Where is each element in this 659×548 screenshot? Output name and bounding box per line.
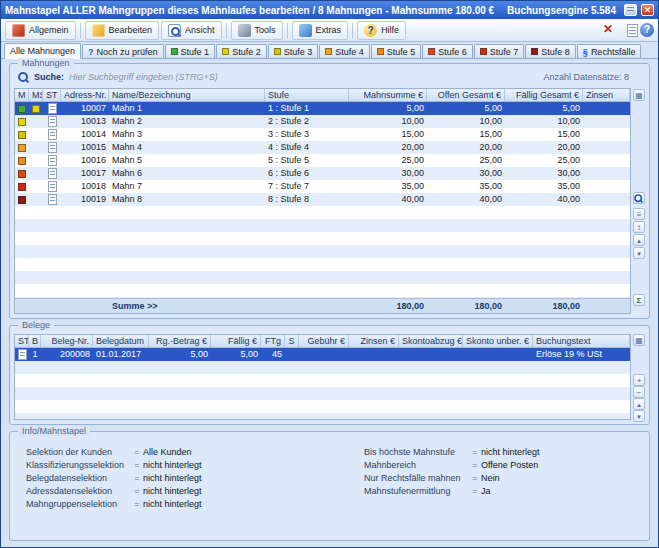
column-header-beleg-nr[interactable]: Beleg-Nr.: [41, 335, 93, 347]
extras-icon: [299, 24, 312, 37]
beleg-nr-cell: 200008: [41, 348, 93, 361]
faellig-cell: 20,00: [505, 141, 583, 154]
table-row[interactable]: 10014 Mahn 3 3 : Stufe 3 15,00 15,00 15,…: [15, 128, 630, 141]
table-row[interactable]: 1 200008 01.01.2017 5,00 5,00 45 Erlöse …: [15, 348, 630, 361]
table-row[interactable]: 10015 Mahn 4 4 : Stufe 4 20,00 20,00 20,…: [15, 141, 630, 154]
toolbar-button-bearbeiten[interactable]: Bearbeiten: [85, 21, 160, 40]
magnifier-icon[interactable]: [633, 192, 645, 204]
tab-label: Stufe 7: [490, 47, 519, 57]
tab-stufe-7[interactable]: Stufe 7: [474, 44, 525, 58]
close-x-icon[interactable]: [601, 23, 615, 37]
column-header-faellig-gesamt[interactable]: Fällig Gesamt €: [505, 89, 583, 101]
info-value: nicht hinterlegt: [481, 446, 637, 459]
table-row[interactable]: 10019 Mahn 8 8 : Stufe 8 40,00 40,00 40,…: [15, 193, 630, 206]
sum-toggle-icon[interactable]: [633, 294, 645, 306]
column-header-skontoabzug[interactable]: Skontoabzug €: [399, 335, 463, 347]
question-icon: [88, 47, 94, 57]
remove-icon[interactable]: [633, 386, 645, 398]
stufe-color-icon: [377, 48, 384, 55]
column-chooser-icon[interactable]: [633, 89, 645, 101]
toolbar-button-hilfe[interactable]: Hilfe: [357, 21, 406, 40]
column-header-stufe[interactable]: Stufe: [265, 89, 349, 101]
column-chooser-icon[interactable]: [633, 334, 645, 346]
info-value: Nein: [481, 472, 637, 485]
column-header-zinsen[interactable]: Zinsen: [583, 89, 630, 101]
document-icon: [48, 181, 57, 192]
faellig-cell: 25,00: [505, 154, 583, 167]
sort-icon[interactable]: [633, 221, 645, 233]
column-header-zinsen[interactable]: Zinsen €: [349, 335, 399, 347]
help-icon: [364, 24, 377, 37]
toolbar-button-tools[interactable]: Tools: [231, 21, 283, 40]
tab-stufe-4[interactable]: Stufe 4: [319, 44, 370, 58]
column-header-offen-gesamt[interactable]: Offen Gesamt €: [427, 89, 505, 101]
adress-nr-cell: 10016: [61, 154, 109, 167]
column-header-st[interactable]: ST: [43, 89, 61, 101]
add-icon[interactable]: [633, 374, 645, 386]
empty-rows-area: [15, 206, 630, 298]
column-header-ftg[interactable]: FTg: [261, 335, 285, 347]
help-circle-icon[interactable]: [640, 23, 654, 37]
table-row[interactable]: 10013 Mahn 2 2 : Stufe 2 10,00 10,00 10,…: [15, 115, 630, 128]
info-value: Ja: [481, 485, 637, 498]
scroll-down-icon[interactable]: [633, 247, 645, 259]
name-cell: Mahn 2: [109, 115, 265, 128]
stufe-color-icon: [18, 144, 26, 152]
stufe-color-icon: [18, 118, 26, 126]
column-header-belegdatum[interactable]: Belegdatum: [93, 335, 149, 347]
offen-cell: 35,00: [427, 180, 505, 193]
close-icon[interactable]: [641, 4, 654, 16]
search-input[interactable]: [69, 72, 538, 82]
toolbar-button-ansicht[interactable]: Ansicht: [161, 21, 222, 40]
tab-stufe-3[interactable]: Stufe 3: [268, 44, 319, 58]
tab-noch-zu-pruefen[interactable]: Noch zu prüfen: [82, 44, 164, 58]
toolbar-button-extras[interactable]: Extras: [292, 21, 349, 40]
scroll-down-icon[interactable]: [633, 410, 645, 422]
info-row: Belegdatenselektion = nicht hinterlegt: [26, 472, 352, 485]
column-header-name[interactable]: Name/Bezeichnung: [109, 89, 265, 101]
belege-side-toolbar: [633, 334, 646, 420]
scroll-up-icon[interactable]: [633, 398, 645, 410]
table-row[interactable]: 10007 Mahn 1 1 : Stufe 1 5,00 5,00 5,00: [15, 102, 630, 115]
column-header-gebuehr[interactable]: Gebühr €: [299, 335, 349, 347]
document-icon: [48, 155, 57, 166]
column-header-mahnsumme[interactable]: Mahnsumme €: [349, 89, 427, 101]
buchungstext-cell: Erlöse 19 % USt: [533, 348, 630, 361]
scroll-up-icon[interactable]: [633, 234, 645, 246]
tab-stufe-8[interactable]: Stufe 8: [525, 44, 576, 58]
mahnungen-table-body: 10007 Mahn 1 1 : Stufe 1 5,00 5,00 5,00 …: [15, 102, 630, 298]
mahnungen-table: M MS ST Adress-Nr. Name/Bezeichnung Stuf…: [14, 88, 631, 314]
calculator-icon[interactable]: [624, 4, 637, 16]
tab-rechtsfaelle[interactable]: Rechtsfälle: [577, 44, 642, 58]
column-header-rg-betrag[interactable]: Rg.-Betrag €: [149, 335, 211, 347]
belegdatum-cell: 01.01.2017: [93, 348, 149, 361]
name-cell: Mahn 8: [109, 193, 265, 206]
column-header-st[interactable]: ST: [15, 335, 29, 347]
table-row[interactable]: 10018 Mahn 7 7 : Stufe 7 35,00 35,00 35,…: [15, 180, 630, 193]
tab-stufe-2[interactable]: Stufe 2: [216, 44, 267, 58]
column-header-skonto-unber[interactable]: Skonto unber. €: [463, 335, 533, 347]
menu-icon[interactable]: [633, 208, 645, 220]
tab-stufe-6[interactable]: Stufe 6: [422, 44, 473, 58]
column-header-m[interactable]: M: [15, 89, 29, 101]
column-header-adress-nr[interactable]: Adress-Nr.: [61, 89, 109, 101]
info-group: Info/Mahnstapel Selektion der Kunden = A…: [9, 431, 650, 541]
edit-icon: [92, 24, 105, 37]
table-row[interactable]: 10017 Mahn 6 6 : Stufe 6 30,00 30,00 30,…: [15, 167, 630, 180]
empty-rows-area: [15, 361, 630, 419]
group-label-belege: Belege: [18, 320, 54, 330]
protocol-icon[interactable]: [627, 24, 638, 37]
document-icon: [18, 349, 27, 360]
column-header-buchungstext[interactable]: Buchungstext: [533, 335, 630, 347]
tab-stufe-1[interactable]: Stufe 1: [165, 44, 216, 58]
toolbar-button-allgemein[interactable]: Allgemein: [5, 21, 76, 40]
column-header-b[interactable]: B: [29, 335, 41, 347]
tab-stufe-5[interactable]: Stufe 5: [371, 44, 422, 58]
column-header-ms[interactable]: MS: [29, 89, 43, 101]
column-header-s[interactable]: S: [285, 335, 299, 347]
name-cell: Mahn 6: [109, 167, 265, 180]
tab-alle-mahnungen[interactable]: Alle Mahnungen: [4, 43, 81, 59]
table-row[interactable]: 10016 Mahn 5 5 : Stufe 5 25,00 25,00 25,…: [15, 154, 630, 167]
column-header-faellig[interactable]: Fällig €: [211, 335, 261, 347]
info-value: nicht hinterlegt: [143, 498, 352, 511]
